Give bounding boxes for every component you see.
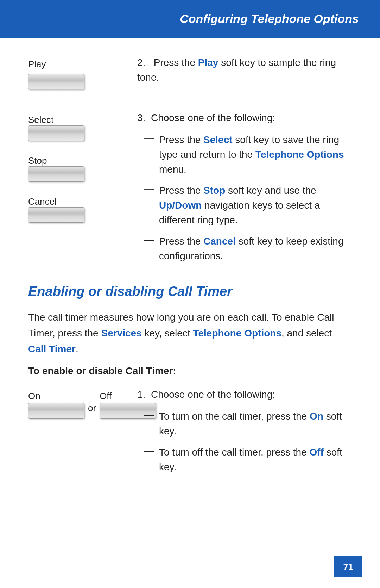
bullet-stop: — Press the Stop soft key and use the Up…	[137, 183, 352, 228]
dash-2: —	[144, 183, 154, 228]
bullet-on-text: To turn on the call timer, press the On …	[159, 409, 352, 439]
dash-off: —	[144, 445, 154, 475]
step2-content: 2. Press the Play soft key to sample the…	[127, 55, 352, 97]
cancel-key-ref: Cancel	[203, 236, 236, 247]
play-soft-key[interactable]	[28, 74, 84, 89]
play-key-group: Play	[28, 59, 84, 89]
page-content: Play 2. Press the Play soft key to sampl…	[0, 38, 380, 513]
bullet-select-text: Press the Select soft key to save the ri…	[159, 132, 352, 177]
step2-play-key: Play	[198, 57, 218, 68]
step2-text: 2. Press the Play soft key to sample the…	[137, 55, 352, 85]
on-off-keys-col: On or Off	[28, 387, 127, 481]
on-soft-key[interactable]	[28, 403, 84, 419]
bullet-off: — To turn off the call timer, press the …	[137, 445, 352, 475]
stop-key-label: Stop	[28, 155, 47, 166]
left-column-keys: Select Stop Cancel	[28, 111, 127, 270]
bullet-off-text: To turn off the call timer, press the Of…	[159, 445, 352, 475]
bullet-cancel: — Press the Cancel soft key to keep exis…	[137, 234, 352, 264]
stop-soft-key[interactable]	[28, 166, 84, 182]
step3-content: 3. Choose one of the following: — Press …	[127, 111, 352, 270]
play-key-label: Play	[28, 59, 46, 70]
off-label: Off	[100, 391, 112, 402]
telephone-options-link: Telephone Options	[193, 328, 281, 339]
ring-tone-section: Play 2. Press the Play soft key to sampl…	[28, 55, 352, 97]
step1-content: 1. Choose one of the following: — To tur…	[127, 387, 352, 481]
step3-section: Select Stop Cancel 3. Choose one of the …	[28, 111, 352, 270]
stop-key-ref: Stop	[203, 185, 225, 196]
page-header: Configuring Telephone Options	[0, 0, 380, 38]
select-key-group: Select	[28, 114, 84, 141]
step3-number: 3.	[137, 112, 145, 123]
select-key-ref: Select	[203, 134, 233, 145]
or-text: or	[88, 403, 96, 414]
call-timer-link: Call Timer	[28, 343, 76, 354]
dash-3: —	[144, 234, 154, 264]
call-timer-paragraph: The call timer measures how long you are…	[28, 310, 352, 357]
telephone-options-ref: Telephone Options	[255, 149, 344, 160]
stop-key-group: Stop	[28, 155, 84, 182]
dash-1: —	[144, 132, 154, 177]
off-key-inline: Off	[309, 447, 323, 458]
procedure-label: To enable or disable Call Timer:	[28, 365, 352, 377]
page-footer: 71	[334, 556, 362, 577]
step2-number: 2.	[137, 57, 145, 68]
header-title: Configuring Telephone Options	[180, 12, 359, 26]
bullet-on: — To turn on the call timer, press the O…	[137, 409, 352, 439]
step1-intro: 1. Choose one of the following:	[137, 387, 352, 402]
select-soft-key[interactable]	[28, 125, 84, 141]
bullet-select: — Press the Select soft key to save the …	[137, 132, 352, 177]
call-timer-step1: On or Off 1. Choose one of the following…	[28, 387, 352, 481]
left-column-play: Play	[28, 55, 127, 97]
cancel-key-group: Cancel	[28, 196, 84, 223]
cancel-key-label: Cancel	[28, 196, 57, 207]
step1-number: 1.	[137, 389, 145, 400]
page-number: 71	[343, 562, 354, 572]
step1-intro-text: Choose one of the following:	[151, 389, 275, 400]
cancel-soft-key[interactable]	[28, 207, 84, 223]
step2-before: Press the	[154, 57, 198, 68]
updown-ref: Up/Down	[159, 200, 202, 211]
select-key-label: Select	[28, 114, 53, 125]
bullet-cancel-text: Press the Cancel soft key to keep existi…	[159, 234, 352, 264]
on-key-group: On	[28, 391, 84, 419]
services-key-ref: Services	[101, 328, 141, 339]
step3-intro-text: Choose one of the following:	[151, 112, 275, 123]
dash-on: —	[144, 409, 154, 439]
on-label: On	[28, 391, 40, 402]
call-timer-section: Enabling or disabling Call Timer The cal…	[28, 284, 352, 481]
step3-intro: 3. Choose one of the following:	[137, 111, 352, 125]
call-timer-heading: Enabling or disabling Call Timer	[28, 284, 352, 299]
on-key-inline: On	[310, 411, 323, 422]
bullet-stop-text: Press the Stop soft key and use the Up/D…	[159, 183, 352, 228]
